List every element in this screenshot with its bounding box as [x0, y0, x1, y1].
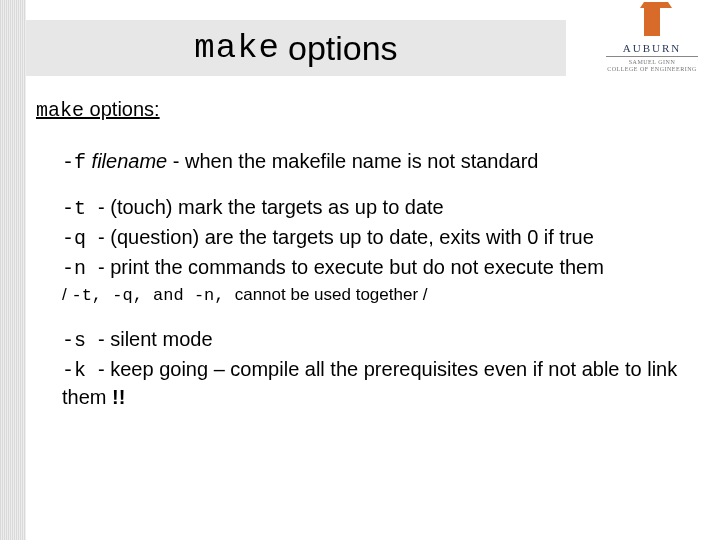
- logo-divider: [606, 56, 698, 57]
- arg-filename: filename: [86, 150, 167, 172]
- logo-sub2: COLLEGE OF ENGINEERING: [602, 66, 702, 73]
- dash: -: [98, 358, 110, 380]
- slide: make options AUBURN SAMUEL GINN COLLEGE …: [0, 0, 720, 540]
- desc-q: (question) are the targets up to date, e…: [110, 226, 594, 248]
- subtitle-rest: options:: [84, 98, 160, 120]
- flag-q: -q: [62, 227, 98, 250]
- option-f-block: -f filename - when the makefile name is …: [36, 148, 692, 176]
- note-block: / -t, -q, and -n, cannot be used togethe…: [36, 284, 692, 308]
- option-f: -f filename - when the makefile name is …: [62, 148, 692, 176]
- note-p5: cannot be used together /: [235, 285, 428, 304]
- dash: -: [167, 150, 185, 172]
- note-tqn: / -t, -q, and -n, cannot be used togethe…: [62, 284, 692, 308]
- dash: -: [98, 226, 110, 248]
- left-rail-decoration: [0, 0, 26, 540]
- slide-title: make options: [26, 20, 566, 76]
- option-s: -s - silent mode: [62, 326, 692, 354]
- logo-sub1: SAMUEL GINN: [602, 59, 702, 66]
- subtitle-mono: make: [36, 99, 84, 122]
- dash: -: [98, 256, 110, 278]
- flag-n: -n: [62, 257, 98, 280]
- tower-icon: [644, 8, 660, 36]
- dash: -: [98, 328, 110, 350]
- note-p2: -t, -q,: [71, 286, 153, 305]
- option-k: -k - keep going – compile all the prereq…: [62, 356, 692, 411]
- flag-k: -k: [62, 359, 98, 382]
- subtitle: make options:: [36, 96, 692, 124]
- option-q: -q - (question) are the targets up to da…: [62, 224, 692, 252]
- note-p4: -n,: [184, 286, 235, 305]
- flag-s: -s: [62, 329, 98, 352]
- option-t: -t - (touch) mark the targets as up to d…: [62, 194, 692, 222]
- desc-s: silent mode: [110, 328, 212, 350]
- desc-k: keep going – compile all the prerequisit…: [62, 358, 677, 408]
- note-p3: and: [153, 286, 184, 305]
- option-n: -n - print the commands to execute but d…: [62, 254, 692, 282]
- flag-t: -t: [62, 197, 98, 220]
- dash: -: [98, 196, 110, 218]
- flag-f: -f: [62, 151, 86, 174]
- title-rest: options: [288, 29, 398, 68]
- desc-n: print the commands to execute but do not…: [110, 256, 604, 278]
- desc-t: (touch) mark the targets as up to date: [110, 196, 444, 218]
- slide-body: make options: -f filename - when the mak…: [26, 96, 702, 413]
- exclaim: !!: [112, 386, 125, 408]
- auburn-logo: AUBURN SAMUEL GINN COLLEGE OF ENGINEERIN…: [602, 8, 702, 72]
- title-mono: make: [194, 29, 280, 67]
- desc-f: when the makefile name is not standard: [185, 150, 539, 172]
- logo-name: AUBURN: [602, 42, 702, 54]
